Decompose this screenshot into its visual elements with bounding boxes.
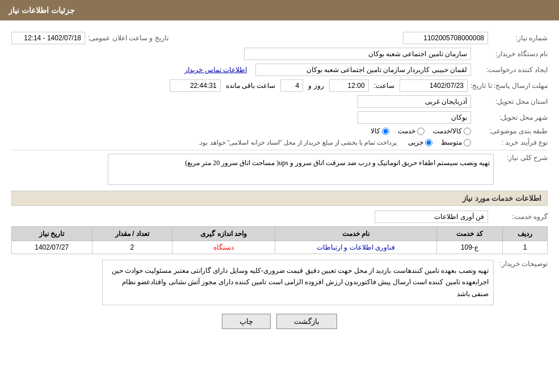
buyer-notes-box: تهیه ونصب بعهده تامین کنندهاست بازدید از… — [102, 260, 494, 305]
purchase-type-label: نوع فرآیند خرید : — [474, 138, 548, 146]
creator-row: ایجاد کننده درخواست: اطلاعات تماس خریدار — [11, 64, 548, 76]
buyer-org-row: نام دستگاه خریدار: — [11, 48, 548, 60]
purchase-type-row: نوع فرآیند خرید : متوسط جزیی پرداخت تمام… — [11, 138, 548, 146]
need-desc-box: تهیه ونصب سیستم اطفاء حریق اتوماتیک و در… — [108, 154, 494, 185]
city-row: شهر محل تحویل: — [11, 111, 548, 124]
contact-link[interactable]: اطلاعات تماس خریدار — [184, 66, 247, 74]
service-group-label: گروه خدمت: — [491, 213, 548, 221]
table-row: 1 ع-109 فناوری اطلاعات و ارتباطات دستگاه… — [12, 241, 548, 254]
city-input[interactable] — [358, 111, 471, 124]
category-option-khedmat: خدمت — [398, 127, 424, 135]
deadline-days-input[interactable] — [280, 79, 303, 92]
purchase-type-radio-group: متوسط جزیی — [408, 138, 471, 146]
bottom-buttons: بازگشت چاپ — [11, 314, 548, 329]
creator-input[interactable] — [255, 64, 471, 76]
purchase-type-radio-motavaset[interactable] — [464, 139, 471, 146]
services-table: ردیف کد خدمت نام خدمت واحد اندازه گیری ت… — [11, 226, 548, 254]
back-button[interactable]: بازگشت — [276, 314, 337, 329]
services-section-title: اطلاعات خدمات مورد نیاز — [11, 191, 548, 206]
col-row: ردیف — [503, 227, 548, 241]
purchase-type-label-jozi: جزیی — [408, 138, 423, 146]
page-title: جزئیات اطلاعات نیاز — [9, 6, 75, 15]
province-label: استان محل تحویل: — [474, 98, 548, 106]
need-number-row: شماره نیاز: تاریخ و ساعت اعلان عمومی: — [11, 32, 548, 44]
content-area: شماره نیاز: تاریخ و ساعت اعلان عمومی: نا… — [0, 29, 559, 332]
category-label: طبقه بندی موضوعی: — [474, 127, 548, 135]
remaining-label: ساعت باقی مانده — [226, 82, 276, 90]
category-row: طبقه بندی موضوعی: کالا/خدمت خدمت کالا — [11, 127, 548, 135]
cell-unit: دستگاه — [172, 241, 275, 254]
category-label-kala-khedmat: کالا/خدمت — [433, 127, 462, 135]
cell-service-name[interactable]: فناوری اطلاعات و ارتباطات — [275, 241, 437, 254]
col-service-name: نام خدمت — [275, 227, 437, 241]
buyer-org-input[interactable] — [244, 48, 471, 60]
category-label-khedmat: خدمت — [398, 127, 415, 135]
category-option-kala-khedmat: کالا/خدمت — [433, 127, 471, 135]
col-code: کد خدمت — [436, 227, 502, 241]
category-radio-group: کالا/خدمت خدمت کالا — [371, 127, 471, 135]
deadline-days-label: روز و — [308, 82, 323, 90]
service-group-input[interactable] — [375, 210, 488, 223]
purchase-note: پرداخت تمام یا بخشی از مبلغ خریدار از مح… — [198, 139, 397, 146]
deadline-date-input[interactable] — [400, 79, 468, 92]
need-desc-row: شرح کلی نیاز: تهیه ونصب سیستم اطفاء حریق… — [11, 154, 548, 185]
creator-label: ایجاد کننده درخواست: — [474, 66, 548, 74]
need-number-input[interactable] — [403, 32, 488, 44]
print-button[interactable]: چاپ — [222, 314, 271, 329]
province-input[interactable] — [358, 95, 471, 108]
service-group-row: گروه خدمت: — [11, 210, 548, 223]
deadline-time-input[interactable] — [329, 79, 369, 92]
cell-code: ع-109 — [436, 241, 502, 254]
category-label-kala: کالا — [371, 127, 380, 135]
col-quantity: تعداد / مقدار — [92, 227, 172, 241]
cell-quantity: 2 — [92, 241, 172, 254]
remaining-input[interactable] — [170, 79, 221, 92]
purchase-type-option-jozi: جزیی — [408, 138, 432, 146]
col-date: تاریخ نیاز — [12, 227, 93, 241]
deadline-time-label: ساعت: — [374, 82, 394, 90]
page-container: جزئیات اطلاعات نیاز شماره نیاز: تاریخ و … — [0, 0, 559, 392]
purchase-type-option-motavaset: متوسط — [441, 138, 471, 146]
cell-date: 1402/07/27 — [12, 241, 93, 254]
deadline-row: مهلت ارسال پاسخ: تا تاریخ: ساعت: روز و س… — [11, 79, 548, 92]
buyer-org-label: نام دستگاه خریدار: — [474, 50, 548, 58]
need-number-label: شماره نیاز: — [491, 34, 548, 42]
category-radio-khedmat[interactable] — [417, 128, 424, 135]
category-option-kala: کالا — [371, 127, 389, 135]
buyer-notes-label: توصیحات خریدار: — [497, 260, 548, 268]
province-row: استان محل تحویل: — [11, 95, 548, 108]
buyer-notes-row: توصیحات خریدار: تهیه ونصب بعهده تامین کن… — [11, 260, 548, 305]
col-unit: واحد اندازه گیری — [172, 227, 275, 241]
page-header: جزئیات اطلاعات نیاز — [0, 0, 559, 20]
category-radio-kala-khedmat[interactable] — [464, 128, 471, 135]
cell-row: 1 — [503, 241, 548, 254]
purchase-type-radio-jozi[interactable] — [425, 139, 432, 146]
announcement-label: تاریخ و ساعت اعلان عمومی: — [88, 34, 169, 42]
announcement-input[interactable] — [11, 32, 85, 44]
deadline-label: مهلت ارسال پاسخ: تا تاریخ: — [470, 82, 548, 90]
purchase-type-label-motavaset: متوسط — [441, 138, 462, 146]
category-radio-kala[interactable] — [382, 128, 389, 135]
city-label: شهر محل تحویل: — [474, 113, 548, 121]
need-desc-label: شرح کلی نیاز: — [497, 154, 548, 162]
